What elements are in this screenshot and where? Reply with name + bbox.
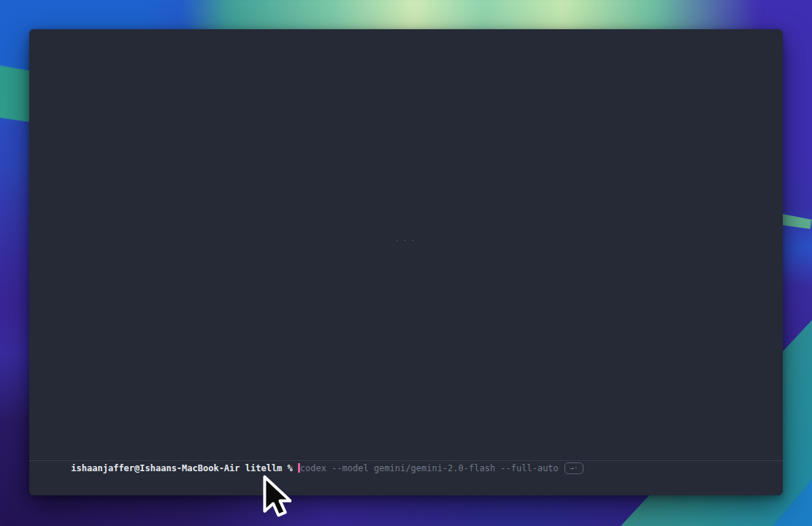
shell-prompt: ishaanjaffer@Ishaans-MacBook-Air litellm… xyxy=(71,463,292,473)
desktop-wallpaper: ··· ishaanjaffer@Ishaans-MacBook-Air lit… xyxy=(0,0,812,526)
loading-dots: ··· xyxy=(394,235,418,245)
accept-suggestion-hint: →· xyxy=(564,462,583,474)
autosuggestion-text: codex --model gemini/gemini-2.0-flash --… xyxy=(300,463,559,473)
terminal-window[interactable]: ··· ishaanjaffer@Ishaans-MacBook-Air lit… xyxy=(29,29,783,495)
command-line[interactable]: ishaanjaffer@Ishaans-MacBook-Air litellm… xyxy=(39,451,775,487)
